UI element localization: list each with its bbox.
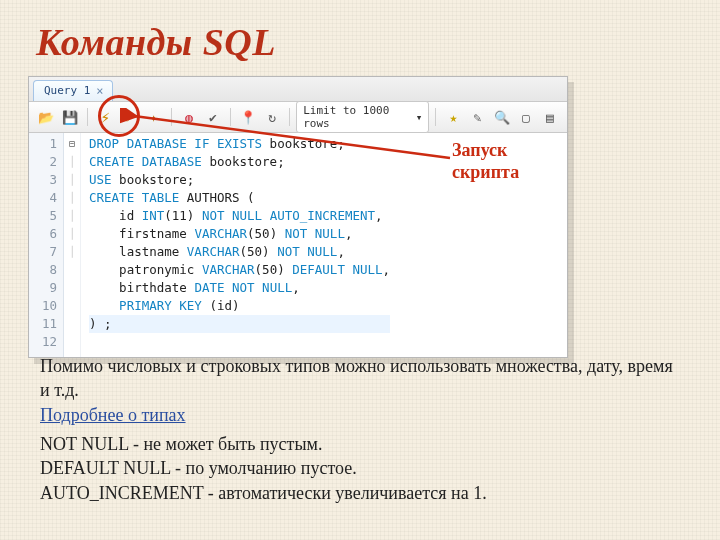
- close-icon[interactable]: ×: [96, 81, 103, 101]
- stop-icon[interactable]: ◍: [178, 105, 200, 129]
- chevron-down-icon: ▾: [416, 111, 423, 124]
- save-icon[interactable]: 💾: [59, 105, 81, 129]
- callout-label: Запуск скрипта: [452, 140, 519, 183]
- separator: [289, 108, 290, 126]
- explain-icon[interactable]: ✦: [143, 105, 165, 129]
- commit-icon[interactable]: ✔: [202, 105, 224, 129]
- panel-icon[interactable]: ▢: [515, 105, 537, 129]
- beautify-icon[interactable]: ✎: [466, 105, 488, 129]
- paragraph-constraints: NOT NULL - не может быть пустым. DEFAULT…: [40, 432, 680, 505]
- link-more-types[interactable]: Подробнее о типах: [40, 405, 186, 425]
- tab-label: Query 1: [44, 81, 90, 101]
- line-autoincrement: AUTO_INCREMENT - автоматически увеличива…: [40, 481, 680, 505]
- code-area[interactable]: DROP DATABASE IF EXISTS bookstore;CREATE…: [81, 133, 396, 357]
- tab-query1[interactable]: Query 1 ×: [33, 80, 113, 101]
- line-defaultnull: DEFAULT NULL - по умолчанию пустое.: [40, 456, 680, 480]
- paragraph-types: Помимо числовых и строковых типов можно …: [40, 354, 680, 427]
- paragraph-types-text: Помимо числовых и строковых типов можно …: [40, 356, 673, 400]
- panel2-icon[interactable]: ▤: [539, 105, 561, 129]
- star-icon[interactable]: ★: [442, 105, 464, 129]
- fold-gutter: ⊟││││││: [64, 133, 81, 357]
- slide-title: Команды SQL: [36, 20, 276, 64]
- line-gutter: 123456789101112: [29, 133, 64, 357]
- execute-icon[interactable]: ⚡: [94, 105, 116, 129]
- callout-line1: Запуск: [452, 140, 519, 162]
- separator: [87, 108, 88, 126]
- open-icon[interactable]: 📂: [35, 105, 57, 129]
- tab-bar: Query 1 ×: [29, 77, 567, 102]
- limit-label: Limit to 1000 rows: [303, 104, 411, 130]
- separator: [435, 108, 436, 126]
- pin-icon[interactable]: 📍: [237, 105, 259, 129]
- limit-dropdown[interactable]: Limit to 1000 rows ▾: [296, 101, 429, 133]
- sql-editor-screenshot: Query 1 × 📂 💾 ⚡ ⚡ ✦ ◍ ✔ 📍 ↻ Limit to 100…: [28, 76, 568, 358]
- callout-line2: скрипта: [452, 162, 519, 184]
- line-notnull: NOT NULL - не может быть пустым.: [40, 432, 680, 456]
- separator: [230, 108, 231, 126]
- separator: [171, 108, 172, 126]
- toolbar: 📂 💾 ⚡ ⚡ ✦ ◍ ✔ 📍 ↻ Limit to 1000 rows ▾ ★…: [29, 102, 567, 133]
- search-icon[interactable]: 🔍: [491, 105, 513, 129]
- execute-step-icon[interactable]: ⚡: [118, 105, 140, 129]
- autocommit-icon[interactable]: ↻: [261, 105, 283, 129]
